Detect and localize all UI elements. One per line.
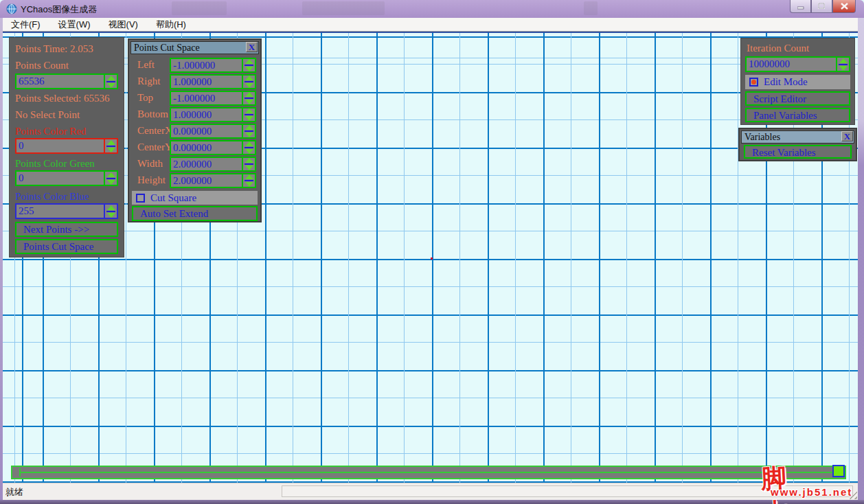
- edit-mode-checkbox[interactable]: [749, 78, 758, 87]
- points-count-label: Points Count: [15, 60, 118, 71]
- menu-bar: 文件(F) 设置(W) 视图(V) 帮助(H): [2, 18, 858, 32]
- window-left-border: [0, 18, 3, 504]
- cut-panel-close-icon[interactable]: X: [246, 42, 258, 52]
- red-value-spinner[interactable]: [104, 139, 117, 152]
- points-selected-label: Points Selected: 65536: [15, 93, 118, 104]
- iteration-panel: Iteration Count Edit Mode Script Editor …: [740, 38, 855, 125]
- panel-variables-button[interactable]: Panel Variables: [745, 108, 850, 122]
- titlebar-reflection: [172, 1, 227, 15]
- variables-panel-titlebar[interactable]: Variables: [741, 130, 854, 144]
- globe-app-icon: [6, 3, 17, 14]
- points-count-spinner[interactable]: [104, 75, 117, 88]
- green-value-spinner[interactable]: [104, 172, 117, 185]
- title-bar: YChaos图像生成器: [0, 0, 864, 18]
- blue-value-spinner[interactable]: [104, 205, 117, 218]
- cut-centerx-input[interactable]: [171, 125, 242, 137]
- scrollbar-track-line: [19, 472, 843, 473]
- status-secondary-cell: [282, 485, 853, 497]
- points-panel: Points Time: 2.053 Points Count Points S…: [9, 37, 124, 257]
- cut-height-label: Height: [137, 174, 166, 186]
- cut-width-input[interactable]: [171, 158, 242, 170]
- iteration-count-input[interactable]: [747, 58, 836, 71]
- cut-centery-field: [170, 140, 256, 155]
- cut-right-field: [170, 74, 256, 89]
- cut-left-input[interactable]: [171, 59, 242, 71]
- reset-variables-button[interactable]: Reset Variables: [744, 145, 852, 159]
- window-title: YChaos图像生成器: [21, 3, 97, 16]
- red-value-input[interactable]: [16, 139, 104, 152]
- points-count-field: [15, 73, 118, 89]
- green-value-input[interactable]: [16, 172, 104, 185]
- status-bar: 就绪: [2, 483, 858, 500]
- titlebar-reflection: [584, 1, 598, 15]
- cut-width-field: [170, 157, 256, 172]
- cut-centerx-spinner[interactable]: [242, 125, 255, 137]
- iteration-count-field: [745, 56, 850, 72]
- points-color-red-label: Points Color Red: [15, 126, 118, 137]
- cut-height-field: [170, 173, 256, 188]
- close-icon: [841, 3, 848, 10]
- titlebar-reflection: [302, 1, 385, 15]
- cut-square-row: Cut Square: [132, 191, 258, 205]
- edit-mode-label: Edit Mode: [764, 76, 808, 88]
- green-value-field: [15, 170, 118, 186]
- cut-width-label: Width: [137, 158, 163, 170]
- cut-height-spinner[interactable]: [242, 174, 255, 187]
- cut-right-spinner[interactable]: [242, 76, 255, 88]
- window-controls: [790, 0, 856, 13]
- no-select-point-label: No Select Point: [15, 109, 118, 121]
- cut-top-label: Top: [137, 92, 153, 104]
- menu-settings[interactable]: 设置(W): [52, 17, 97, 32]
- maximize-button[interactable]: [811, 0, 832, 13]
- red-value-field: [15, 138, 118, 154]
- script-editor-button[interactable]: Script Editor: [745, 91, 850, 106]
- cut-centerx-label: CenterX: [137, 125, 172, 137]
- iteration-count-spinner[interactable]: [836, 58, 849, 71]
- cut-left-spinner[interactable]: [242, 59, 255, 71]
- status-text: 就绪: [5, 486, 23, 499]
- next-points-button[interactable]: Next Points ->>: [15, 222, 118, 237]
- cut-panel-titlebar[interactable]: Points Cut Space: [130, 41, 259, 54]
- horizontal-scrollbar[interactable]: [11, 466, 846, 479]
- auto-set-extend-button[interactable]: Auto Set Extend: [132, 206, 258, 221]
- cut-right-label: Right: [137, 76, 160, 87]
- cut-bottom-input[interactable]: [171, 108, 242, 121]
- blue-value-field: [15, 203, 118, 219]
- cut-left-field: [170, 58, 256, 73]
- blue-value-input[interactable]: [16, 205, 104, 218]
- points-count-input[interactable]: [16, 75, 104, 88]
- app-window: YChaos图像生成器 文件(F) 设置(W) 视图(V) 帮助(H) Poin…: [0, 0, 864, 504]
- cut-centery-label: CenterY: [137, 141, 172, 153]
- cut-bottom-spinner[interactable]: [242, 108, 255, 121]
- cut-bottom-label: Bottom: [137, 108, 168, 120]
- cut-top-field: [170, 91, 256, 106]
- menu-file[interactable]: 文件(F): [5, 17, 47, 32]
- cut-width-spinner[interactable]: [242, 158, 255, 170]
- scrollbar-thumb[interactable]: [832, 465, 845, 477]
- origin-point: [431, 257, 433, 260]
- points-color-blue-label: Points Color Blue: [15, 191, 118, 203]
- points-color-green-label: Points Color Green: [15, 158, 118, 170]
- cut-centery-input[interactable]: [171, 141, 242, 154]
- variables-panel-close-icon[interactable]: X: [841, 131, 853, 141]
- close-button[interactable]: [832, 0, 856, 13]
- cut-height-input[interactable]: [171, 174, 242, 187]
- cut-bottom-field: [170, 107, 256, 122]
- points-cut-space-button[interactable]: Points Cut Space: [15, 239, 118, 254]
- minimize-button[interactable]: [790, 0, 811, 13]
- menu-help[interactable]: 帮助(H): [150, 17, 192, 32]
- cut-top-input[interactable]: [171, 92, 242, 104]
- menu-view[interactable]: 视图(V): [102, 17, 144, 32]
- cut-centery-spinner[interactable]: [242, 141, 255, 154]
- window-right-border: [858, 18, 864, 504]
- iteration-count-label: Iteration Count: [747, 43, 809, 54]
- scrollbar-position-tick: [19, 468, 21, 477]
- points-time-label: Points Time: 2.053: [15, 43, 118, 55]
- cut-top-spinner[interactable]: [242, 92, 255, 104]
- edit-mode-row: Edit Mode: [745, 75, 850, 89]
- window-bottom-border: [0, 500, 864, 504]
- cut-left-label: Left: [137, 59, 155, 71]
- cut-square-checkbox[interactable]: [136, 194, 145, 203]
- cut-right-input[interactable]: [171, 76, 242, 88]
- maximize-icon: [818, 3, 826, 10]
